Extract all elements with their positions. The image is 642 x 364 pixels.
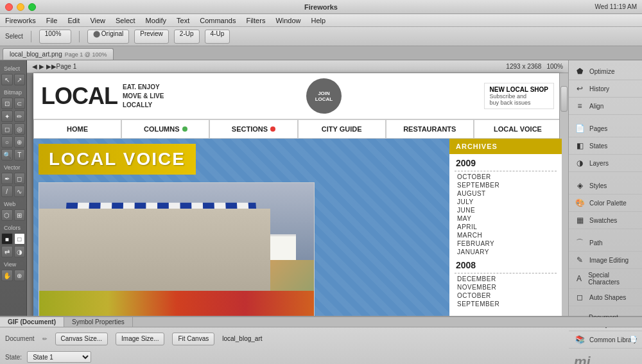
- canvas-area[interactable]: ◀ ▶ ▶▶ Page 1 1293 x 2368 100% LOCAL EAT…: [27, 60, 568, 316]
- join-local-badge[interactable]: JOIN LOCAL: [306, 78, 342, 114]
- gif-document-tab[interactable]: GIF (Document): [0, 317, 64, 327]
- canvas-size-btn[interactable]: Canvas Size...: [55, 333, 108, 345]
- background-color[interactable]: □: [14, 233, 26, 245]
- archive-august[interactable]: AUGUST: [449, 189, 562, 198]
- foreground-color[interactable]: ■: [1, 233, 13, 245]
- document-tab[interactable]: local_blog_art.png Page 1 @ 100%: [3, 48, 114, 60]
- maximize-button[interactable]: [28, 3, 36, 11]
- panel-states[interactable]: ◧ States: [569, 137, 642, 155]
- panel-spacer-4: [569, 306, 642, 311]
- archive-december[interactable]: DECEMBER: [449, 275, 562, 283]
- default-colors[interactable]: ◑: [14, 246, 26, 257]
- archive-november[interactable]: NOVEMBER: [449, 283, 562, 291]
- blur-tool[interactable]: ◎: [14, 123, 26, 135]
- menu-fireworks[interactable]: Fireworks: [5, 17, 36, 24]
- select-tool[interactable]: ↖: [1, 74, 13, 85]
- panel-history[interactable]: ↩ History: [569, 80, 642, 98]
- menu-file[interactable]: File: [46, 17, 58, 24]
- swap-colors[interactable]: ⇄: [1, 246, 13, 257]
- align-icon: ≡: [574, 100, 586, 112]
- menu-window[interactable]: Window: [275, 17, 300, 24]
- archive-september-2008[interactable]: SEPTEMBER: [449, 300, 562, 308]
- rubber-stamp-tool[interactable]: ⊕: [14, 136, 26, 148]
- menu-help[interactable]: Help: [311, 17, 326, 24]
- zoom-level[interactable]: 100%: [39, 30, 71, 44]
- menu-filters[interactable]: Filters: [246, 17, 265, 24]
- line-tool[interactable]: /: [1, 186, 13, 197]
- brush-tool[interactable]: ✏: [14, 110, 26, 122]
- text-tool[interactable]: T: [14, 149, 26, 160]
- hotspot-tool[interactable]: ⬡: [1, 209, 13, 221]
- panel-image-editing[interactable]: ✎ Image Editing: [569, 252, 642, 269]
- archive-january[interactable]: JANUARY: [449, 248, 562, 256]
- dodge-tool[interactable]: ○: [1, 136, 13, 148]
- subselect-tool[interactable]: ↗: [14, 74, 26, 85]
- original-view-btn[interactable]: ⬤Original: [87, 30, 129, 44]
- new-shop-promo[interactable]: NEW LOCAL SHOP Subscribe andbuy back iss…: [484, 83, 554, 109]
- archive-july[interactable]: JULY: [449, 198, 562, 206]
- state-select[interactable]: State 1: [27, 351, 91, 363]
- menu-view[interactable]: View: [90, 17, 105, 24]
- panel-swatches[interactable]: ▦ Swatches: [569, 212, 642, 229]
- panel-history-label: History: [589, 85, 609, 92]
- nav-restaurants[interactable]: RESTAURANTS: [386, 120, 474, 139]
- menu-commands[interactable]: Commands: [200, 17, 236, 24]
- archive-october-2008[interactable]: OCTOBER: [449, 291, 562, 300]
- freeform-tool[interactable]: ∿: [14, 186, 26, 197]
- panel-color-palette[interactable]: 🎨 Color Palette: [569, 195, 642, 212]
- nav-cityguide[interactable]: CITY GUIDE: [298, 120, 386, 139]
- scroll-thumb[interactable]: [560, 86, 568, 112]
- page-nav[interactable]: ◀ ▶ ▶▶: [32, 63, 56, 70]
- panel-optimize[interactable]: ⬟ Optimize: [569, 63, 642, 80]
- panel-special-chars[interactable]: A Special Characters: [569, 269, 642, 289]
- archive-october[interactable]: OCTOBER: [449, 173, 562, 181]
- lasso-tool[interactable]: ⊂: [14, 98, 26, 109]
- nav-localvoice[interactable]: LOCAL VOICE: [474, 120, 562, 139]
- panel-styles[interactable]: ◈ Styles: [569, 177, 642, 195]
- panel-pages[interactable]: 📄 Pages: [569, 120, 642, 137]
- zoom-display: 100%: [546, 63, 563, 70]
- zoom-tool[interactable]: ⊕: [14, 270, 26, 281]
- menu-edit[interactable]: Edit: [67, 17, 80, 24]
- panel-layers-label: Layers: [589, 160, 609, 167]
- menu-modify[interactable]: Modify: [146, 17, 166, 24]
- archive-divider-1: [455, 171, 557, 171]
- preview-view-btn[interactable]: Preview: [134, 30, 169, 44]
- crop-tool[interactable]: ⊡: [1, 98, 13, 109]
- window-controls[interactable]: [5, 3, 36, 11]
- slice-tool[interactable]: ⊞: [14, 209, 26, 221]
- pen-tool[interactable]: ✒: [1, 173, 13, 184]
- panel-auto-shapes[interactable]: ◻ Auto Shapes: [569, 289, 642, 306]
- minimize-button[interactable]: [17, 3, 24, 11]
- close-button[interactable]: [5, 3, 13, 11]
- page-label: Page 1: [56, 63, 77, 70]
- archive-february[interactable]: FEBRUARY: [449, 239, 562, 248]
- panel-spacer-3: [569, 229, 642, 234]
- select-tools-label: Select: [1, 63, 25, 73]
- archive-april[interactable]: APRIL: [449, 223, 562, 231]
- join-line1: JOIN: [318, 91, 330, 96]
- optimize-icon: ⬟: [574, 65, 586, 77]
- hand-tool[interactable]: ✋: [1, 270, 13, 281]
- symbol-properties-tab[interactable]: Symbol Properties: [64, 317, 133, 327]
- magic-wand-tool[interactable]: ✦: [1, 110, 13, 122]
- 2up-view-btn[interactable]: 2-Up: [174, 30, 200, 44]
- nav-columns[interactable]: COLUMNS: [121, 120, 209, 139]
- 4up-view-btn[interactable]: 4-Up: [205, 30, 230, 44]
- image-size-btn[interactable]: Image Size...: [116, 333, 164, 345]
- eraser-tool[interactable]: ◻: [1, 123, 13, 135]
- archive-may[interactable]: MAY: [449, 214, 562, 223]
- menu-select[interactable]: Select: [116, 17, 135, 24]
- shape-tool[interactable]: ◻: [14, 173, 26, 184]
- archive-june[interactable]: JUNE: [449, 206, 562, 214]
- nav-home[interactable]: HOME: [33, 120, 121, 139]
- menu-text[interactable]: Text: [177, 17, 189, 24]
- eyedropper-tool[interactable]: 🔍: [1, 149, 13, 160]
- archive-march[interactable]: MARCH: [449, 231, 562, 239]
- panel-layers[interactable]: ◑ Layers: [569, 155, 642, 172]
- archive-september[interactable]: SEPTEMBER: [449, 181, 562, 189]
- fit-canvas-btn[interactable]: Fit Canvas: [172, 333, 214, 345]
- nav-sections[interactable]: SECTIONS: [209, 120, 297, 139]
- panel-align[interactable]: ≡ Align: [569, 98, 642, 115]
- panel-path[interactable]: ⌒ Path: [569, 234, 642, 252]
